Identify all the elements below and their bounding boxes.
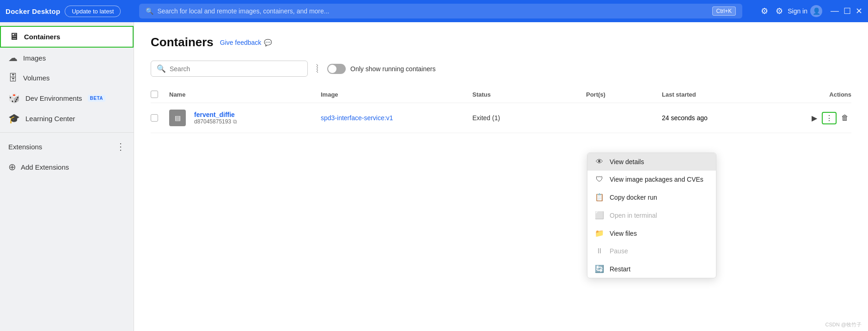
minimize-button[interactable]: — — [831, 6, 839, 16]
feedback-link[interactable]: Give feedback 💬 — [220, 39, 272, 46]
feedback-label: Give feedback — [220, 39, 262, 46]
sidebar-item-volumes[interactable]: 🗄 Volumes — [0, 68, 134, 88]
window-controls: — ☐ ✕ — [831, 6, 862, 16]
menu-item-view-details-label: View details — [610, 158, 644, 166]
menu-item-view-packages-label: View image packages and CVEs — [610, 176, 703, 183]
watermark: CSDN @牧竹子 — [825, 321, 862, 328]
topbar-icons: ⚙ ⚙ — [761, 6, 783, 16]
more-actions-button[interactable]: ⋮ — [822, 112, 837, 124]
actions-group: ▶ ⋮ 🗑 — [776, 112, 851, 124]
name-header: Name — [169, 91, 321, 98]
context-menu: 👁 View details 🛡 View image packages and… — [587, 153, 716, 278]
search-shortcut: Ctrl+K — [712, 6, 736, 16]
main-layout: 🖥 Containers ☁ Images 🗄 Volumes 🎲 Dev En… — [0, 22, 868, 331]
topbar: Docker Desktop Update to latest 🔍 Search… — [0, 0, 868, 22]
actions-col: ▶ ⋮ 🗑 — [776, 112, 851, 124]
page-title: Containers — [151, 35, 214, 49]
avatar: 👤 — [810, 5, 822, 17]
sidebar-item-dev-environments[interactable]: 🎲 Dev Environments BETA — [0, 88, 134, 108]
toggle-container: Only show running containers — [327, 64, 435, 74]
sidebar: 🖥 Containers ☁ Images 🗄 Volumes 🎲 Dev En… — [0, 22, 134, 331]
extensions-icon[interactable]: ⚙ — [761, 6, 768, 16]
delete-button[interactable]: 🗑 — [838, 112, 851, 124]
content-header: Containers Give feedback 💬 — [151, 35, 851, 49]
container-icon-glyph: ▤ — [175, 114, 181, 122]
status-col: Exited (1) — [472, 114, 586, 122]
feedback-icon: 💬 — [264, 39, 272, 46]
table-header: Name Image Status Port(s) Last started A… — [151, 86, 851, 103]
folder-icon: 📁 — [595, 229, 604, 238]
columns-icon[interactable]: ⦚ — [315, 63, 320, 74]
copy-icon: 📋 — [595, 193, 604, 202]
last-started-col: 24 seconds ago — [662, 114, 776, 122]
menu-item-restart-label: Restart — [610, 265, 630, 273]
menu-item-restart[interactable]: 🔄 Restart — [587, 260, 716, 278]
menu-item-copy-docker-run[interactable]: 📋 Copy docker run — [587, 188, 716, 206]
row-check-col — [151, 114, 169, 122]
start-button[interactable]: ▶ — [809, 112, 820, 124]
image-col: spd3-interface-service:v1 — [321, 114, 472, 122]
learning-icon: 🎓 — [8, 113, 20, 124]
running-toggle[interactable] — [327, 64, 346, 74]
global-search[interactable]: 🔍 Search for local and remote images, co… — [139, 4, 742, 18]
sidebar-item-dev-label: Dev Environments — [25, 94, 82, 102]
menu-item-terminal-label: Open in terminal — [610, 212, 657, 219]
dev-env-icon: 🎲 — [8, 92, 20, 104]
container-id-text: d87045875193 — [194, 118, 231, 125]
search-box[interactable]: 🔍 — [151, 61, 308, 77]
search-input[interactable] — [170, 65, 302, 73]
ports-header: Port(s) — [586, 91, 662, 98]
select-all-col — [151, 91, 169, 98]
container-icon: ▤ — [169, 110, 186, 126]
search-icon: 🔍 — [157, 64, 166, 73]
toolbar: 🔍 ⦚ Only show running containers — [151, 61, 851, 77]
add-extensions-item[interactable]: ⊕ Add Extensions — [0, 157, 134, 177]
shield-icon: 🛡 — [595, 175, 604, 184]
volumes-icon: 🗄 — [8, 73, 18, 83]
settings-icon[interactable]: ⚙ — [776, 6, 783, 16]
sidebar-item-containers[interactable]: 🖥 Containers — [0, 26, 134, 48]
sidebar-item-images[interactable]: ☁ Images — [0, 48, 134, 68]
menu-item-view-files-label: View files — [610, 230, 637, 237]
toggle-label: Only show running containers — [350, 65, 435, 73]
container-name-block: fervent_diffie d87045875193 ⧉ — [194, 111, 237, 125]
pause-icon: ⏸ — [595, 247, 604, 255]
container-name-link[interactable]: fervent_diffie — [194, 111, 235, 118]
container-id: d87045875193 ⧉ — [194, 118, 237, 125]
last-started-header: Last started — [662, 91, 776, 98]
menu-item-copy-label: Copy docker run — [610, 194, 657, 201]
signin-label: Sign in — [788, 7, 807, 15]
actions-header: Actions — [776, 91, 851, 98]
search-icon: 🔍 — [146, 7, 153, 15]
copy-id-icon[interactable]: ⧉ — [233, 118, 237, 125]
add-extensions-label: Add Extensions — [21, 163, 69, 171]
row-checkbox[interactable] — [151, 114, 158, 122]
containers-icon: 🖥 — [9, 31, 18, 42]
beta-badge: BETA — [88, 95, 105, 102]
status-header: Status — [472, 91, 586, 98]
sidebar-item-images-label: Images — [23, 54, 46, 62]
last-started-value: 24 seconds ago — [662, 114, 708, 122]
menu-item-view-packages[interactable]: 🛡 View image packages and CVEs — [587, 171, 716, 188]
images-icon: ☁ — [8, 52, 18, 63]
update-button[interactable]: Update to latest — [65, 6, 121, 17]
menu-item-view-files[interactable]: 📁 View files — [587, 224, 716, 242]
signin-button[interactable]: Sign in 👤 — [788, 5, 822, 17]
select-all-checkbox[interactable] — [151, 91, 158, 98]
image-header: Image — [321, 91, 472, 98]
menu-item-view-details[interactable]: 👁 View details — [587, 153, 716, 171]
terminal-icon: ⬜ — [595, 211, 604, 220]
brand-label: Docker Desktop — [6, 7, 60, 15]
extensions-section: Extensions ⋮ — [0, 136, 134, 157]
containers-table: Name Image Status Port(s) Last started A… — [151, 86, 851, 133]
sidebar-item-learning-label: Learning Center — [25, 115, 75, 123]
extensions-more-button[interactable]: ⋮ — [116, 141, 125, 152]
image-link[interactable]: spd3-interface-service:v1 — [321, 114, 393, 122]
global-search-placeholder: Search for local and remote images, cont… — [157, 7, 329, 15]
sidebar-item-learning-center[interactable]: 🎓 Learning Center — [0, 108, 134, 129]
menu-item-pause-label: Pause — [610, 247, 628, 255]
restart-icon: 🔄 — [595, 264, 604, 273]
maximize-button[interactable]: ☐ — [844, 6, 851, 16]
close-button[interactable]: ✕ — [856, 6, 862, 16]
menu-item-pause: ⏸ Pause — [587, 242, 716, 260]
